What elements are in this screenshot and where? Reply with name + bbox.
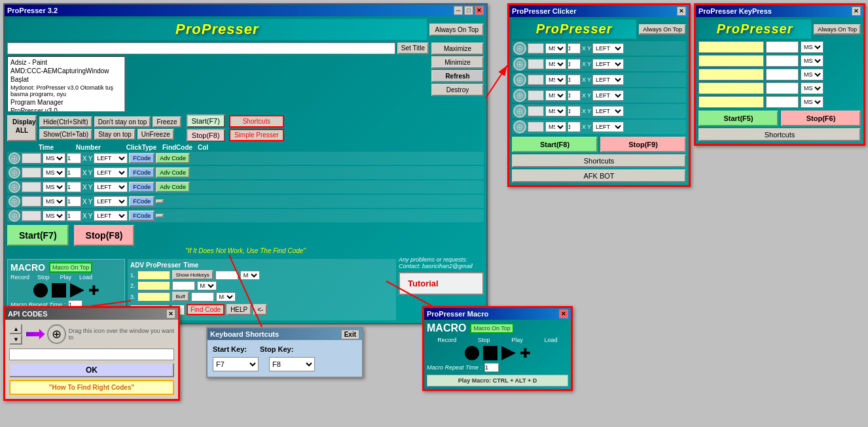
number-input[interactable] [67, 153, 81, 163]
kp-time-input[interactable] [766, 82, 799, 94]
kp-start-btn[interactable]: Start(F5) [698, 111, 778, 126]
clicker-stop-btn[interactable]: Stop(F9) [600, 137, 686, 152]
maximize-btn2[interactable]: Maximize [431, 43, 484, 55]
crosshair-icon[interactable] [513, 120, 526, 133]
list-item[interactable]: Program Manager [9, 98, 123, 107]
advcode-btn[interactable]: Adv Code [156, 182, 190, 192]
fcode-btn[interactable]: FCode [129, 211, 154, 221]
crosshair-icon[interactable] [9, 152, 20, 164]
clicktype-select[interactable]: LEFTRIGHT [94, 153, 128, 163]
api-scroll-up[interactable]: ▲ [9, 324, 22, 334]
clicker-text-input[interactable] [528, 90, 544, 101]
row-text-input[interactable] [22, 167, 41, 178]
kp-key-input[interactable] [698, 69, 764, 80]
fcode-btn[interactable]: FCode [129, 196, 154, 207]
tutorial-btn[interactable]: Tutorial [399, 272, 484, 295]
clicker-num-input[interactable] [568, 75, 581, 85]
macro-play-btn[interactable] [70, 283, 84, 298]
advcode-btn[interactable] [156, 199, 164, 203]
help-btn[interactable]: HELP [226, 304, 251, 315]
clicker-ms-select[interactable]: MS [545, 106, 566, 116]
advcode-btn[interactable]: Adv Code [156, 153, 190, 163]
show-btn[interactable]: Show(Ctrl+Tab) [39, 129, 92, 140]
api-ok-btn[interactable]: OK [9, 363, 174, 377]
number-input[interactable] [67, 211, 81, 221]
adv-time-1[interactable] [215, 271, 238, 280]
destroy-btn[interactable]: Destroy [431, 84, 484, 96]
macro-win-load-btn[interactable]: ✚ [520, 347, 531, 360]
adv-time-2[interactable] [172, 281, 195, 290]
fcode-btn[interactable]: FCode [129, 153, 154, 163]
clicker-left-select[interactable]: LEFT [592, 90, 624, 101]
list-item[interactable]: Mydonot: ProPresser v3.0 Otomatik tuş ba… [9, 84, 123, 98]
list-item[interactable]: Başlat [9, 75, 123, 84]
minimize-btn2[interactable]: Minimize [431, 56, 484, 69]
api-close-btn[interactable]: ✕ [166, 309, 175, 318]
clicktype-select[interactable]: LEFTRIGHT [94, 167, 128, 178]
list-item[interactable]: ProPresser v3.0 [9, 107, 123, 112]
adv-ms-2[interactable]: MS [197, 281, 217, 290]
kp-time-input[interactable] [766, 41, 799, 53]
clicktype-select[interactable]: LEFTRIGHT [94, 211, 128, 221]
row-text-input[interactable] [22, 211, 41, 221]
ms-select[interactable]: MSS [43, 153, 65, 163]
minimize-btn[interactable]: ─ [454, 6, 463, 15]
row-text-input[interactable] [22, 182, 41, 192]
clicker-text-input[interactable] [528, 59, 544, 69]
kp-time-input[interactable] [766, 96, 799, 108]
clicker-left-select[interactable]: LEFT [592, 43, 624, 54]
advcode-btn[interactable]: Adv Code [156, 167, 190, 178]
clicker-num-input[interactable] [568, 106, 581, 116]
clicker-left-select[interactable]: LEFT [592, 75, 624, 85]
crosshair-icon[interactable] [513, 105, 526, 118]
title-input[interactable] [7, 43, 395, 54]
hide-btn[interactable]: Hide(Ctrl+Shift) [39, 116, 92, 128]
how-to-find-btn[interactable]: "How To Find Right Codes" [9, 380, 174, 395]
shortcuts-btn[interactable]: Shortcuts [229, 115, 284, 128]
stop-f8-btn[interactable]: Stop(F8) [187, 129, 225, 142]
crosshair-icon[interactable] [9, 210, 20, 222]
clicker-start-btn[interactable]: Start(F8) [512, 137, 598, 152]
clicker-num-input[interactable] [568, 43, 581, 54]
crosshair-icon[interactable] [513, 89, 526, 102]
dont-stay-btn[interactable]: Don't stay on top [94, 116, 151, 128]
row-text-input[interactable] [22, 153, 41, 163]
start-key-select[interactable]: F7F5F6F8 [213, 357, 259, 371]
api-input[interactable] [9, 349, 174, 360]
kp-key-input[interactable] [698, 82, 764, 94]
set-title-btn[interactable]: Set Title [397, 43, 429, 54]
number-input[interactable] [67, 182, 81, 192]
simple-presser-btn[interactable]: Simple Presser [229, 129, 284, 141]
freeze-btn[interactable]: Freeze [153, 116, 181, 128]
keypress-close-btn[interactable]: ✕ [852, 7, 861, 16]
macro-load-btn[interactable]: ✚ [88, 284, 99, 297]
adv-ms-1[interactable]: MS [240, 271, 260, 280]
crosshair-icon[interactable] [9, 167, 20, 179]
clicker-left-select[interactable]: LEFT [592, 106, 624, 116]
crosshair-icon[interactable] [513, 58, 526, 71]
clicker-num-input[interactable] [568, 90, 581, 101]
kp-key-input[interactable] [698, 41, 764, 53]
clicktype-select[interactable]: LEFTRIGHT [94, 182, 128, 192]
crosshair-icon[interactable] [513, 73, 526, 86]
macro-win-record-btn[interactable] [465, 346, 479, 360]
list-item[interactable]: Adsiz - Paint [9, 58, 123, 67]
shortcuts-exit-btn[interactable]: Exit [341, 330, 359, 339]
clicker-text-input[interactable] [528, 106, 544, 116]
stop-key-select[interactable]: F8F5F6F7 [269, 357, 315, 371]
clicker-left-select[interactable]: LEFT [592, 59, 624, 69]
clicker-ms-select[interactable]: MS [545, 43, 566, 54]
adv-ms-3[interactable]: MS [216, 292, 236, 301]
kp-ms-select[interactable]: MS [801, 41, 823, 53]
adv-input-1[interactable] [137, 271, 170, 280]
macro-win-on-top[interactable]: Macro On Top [470, 323, 513, 333]
macro-win-repeat-input[interactable] [484, 363, 499, 372]
kp-ms-select[interactable]: MS [801, 82, 823, 94]
list-item[interactable]: AMD:CCC-AEMCapturingWindow [9, 67, 123, 75]
ms-select[interactable]: MSS [43, 182, 65, 192]
crosshair-icon[interactable] [513, 42, 526, 55]
kp-ms-select[interactable]: MS [801, 69, 823, 80]
kp-stop-btn[interactable]: Stop(F6) [781, 111, 861, 126]
number-input[interactable] [67, 167, 81, 178]
macro-close-btn[interactable]: ✕ [559, 309, 568, 318]
